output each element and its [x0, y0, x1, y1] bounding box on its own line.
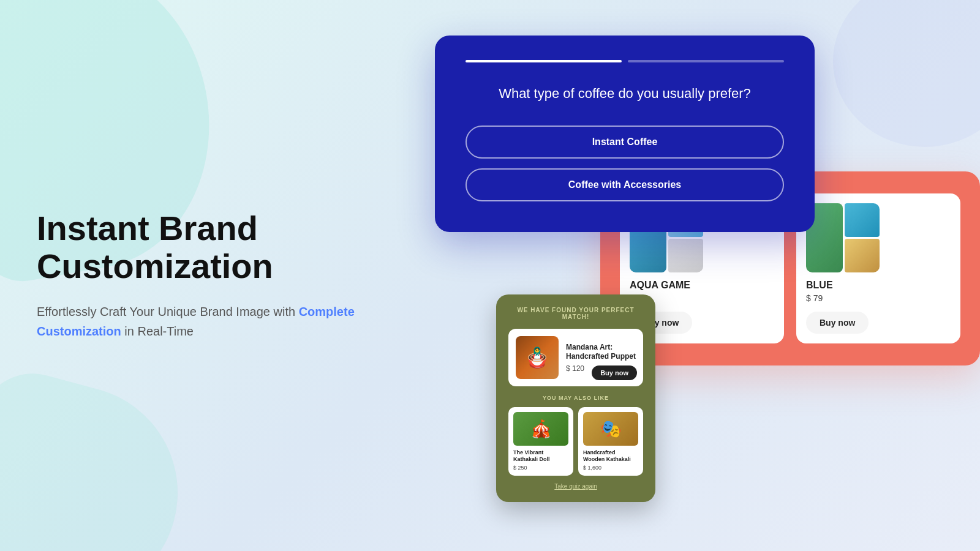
- match-card: WE HAVE FOUND YOUR PERFECT MATCH! 🪆 Mand…: [496, 294, 655, 502]
- match-main-product: 🪆 Mandana Art: Handcrafted Puppet $ 120 …: [508, 329, 643, 386]
- blue-image-grid: [806, 203, 880, 272]
- subtitle: Effortlessly Craft Your Unique Brand Ima…: [37, 302, 355, 342]
- progress-segment-1: [466, 60, 622, 62]
- cards-area: What type of coffee do you usually prefe…: [429, 0, 980, 551]
- blue-buy-button[interactable]: Buy now: [806, 312, 869, 334]
- left-content: Instant Brand Customization Effortlessly…: [37, 209, 355, 341]
- bg-shape-bottom-left: [0, 362, 202, 551]
- progress-segment-2: [628, 60, 784, 62]
- also-like-item-1: 🎪 The Vibrant Kathakali Doll $ 250: [508, 407, 573, 476]
- blue-product-price: $ 79: [806, 293, 951, 303]
- also-like-label: YOU MAY ALSO LIKE: [508, 395, 643, 401]
- also-like-price-2: $ 1,600: [583, 465, 638, 471]
- match-product-image: 🪆: [516, 336, 559, 379]
- also-like-name-2: Handcrafted Wooden Kathakali: [583, 449, 638, 463]
- quiz-option-1[interactable]: Instant Coffee: [466, 126, 784, 159]
- match-header: WE HAVE FOUND YOUR PERFECT MATCH!: [508, 307, 643, 320]
- quiz-option-2[interactable]: Coffee with Accessories: [466, 168, 784, 201]
- kathakali-img-1: 🎪: [513, 412, 568, 446]
- also-like-name-1: The Vibrant Kathakali Doll: [513, 449, 568, 463]
- also-like-grid: 🎪 The Vibrant Kathakali Doll $ 250 🎭 Han…: [508, 407, 643, 476]
- progress-bar: [466, 60, 784, 62]
- also-like-item-2: 🎭 Handcrafted Wooden Kathakali $ 1,600: [578, 407, 643, 476]
- take-quiz-link[interactable]: Take quiz again: [508, 483, 643, 490]
- match-product-name: Mandana Art: Handcrafted Puppet: [566, 343, 636, 362]
- also-like-price-1: $ 250: [513, 465, 568, 471]
- blue-img-top: [845, 203, 880, 237]
- match-buy-button[interactable]: Buy now: [592, 365, 637, 380]
- blue-product-name: BLUE: [806, 280, 951, 291]
- main-title: Instant Brand Customization: [37, 209, 355, 285]
- kathakali-img-2: 🎭: [583, 412, 638, 446]
- aqua-product-name: AQUA GAME: [630, 280, 774, 291]
- quiz-question: What type of coffee do you usually prefe…: [466, 84, 784, 103]
- blue-img-bottom: [845, 239, 880, 272]
- quiz-card: What type of coffee do you usually prefe…: [435, 36, 815, 232]
- puppet-icon: 🪆: [525, 346, 549, 369]
- product-item-blue: BLUE $ 79 Buy now: [796, 193, 960, 343]
- aqua-img-bottom: [668, 239, 703, 272]
